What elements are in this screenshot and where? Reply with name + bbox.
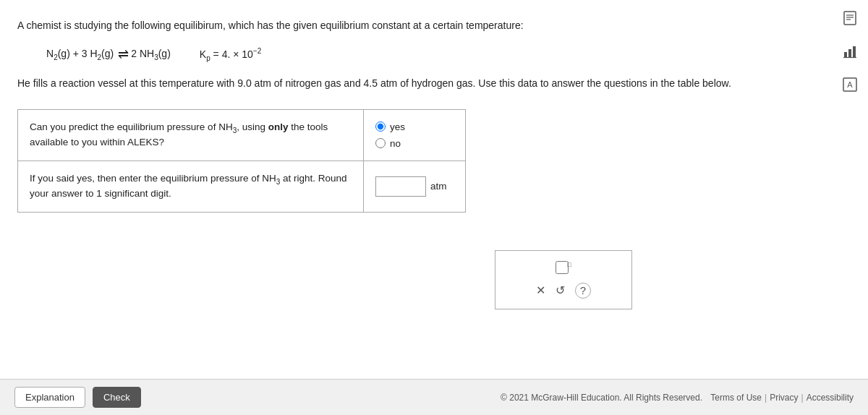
sci-actions: ✕ ↺ ? [536,283,591,299]
no-radio[interactable] [375,138,386,148]
sci-close-button[interactable]: ✕ [536,283,545,297]
privacy-link[interactable]: Privacy [770,393,798,403]
footer: © 2021 McGraw-Hill Education. All Rights… [501,393,854,403]
table-row-1: Can you predict the equilibrium pressure… [18,110,465,161]
table-row-2: If you said yes, then enter the equilibr… [18,161,465,212]
accessibility-link[interactable]: Accessibility [807,393,854,403]
notes-icon-button[interactable] [839,7,861,29]
equation-right: 2 NH3(g) [131,48,171,61]
sci-input-row: □ [556,261,571,274]
svg-text:A: A [847,80,853,89]
atm-input-row: atm [375,176,454,197]
question-table: Can you predict the equilibrium pressure… [17,109,466,213]
no-label: no [390,138,401,149]
svg-rect-5 [848,49,851,57]
right-sidebar: A [839,7,861,95]
yes-option[interactable]: yes [375,121,454,132]
expand-icon-button[interactable]: A [839,74,861,95]
sci-notation-box: □ ✕ ↺ ? [495,250,632,309]
pressure-input[interactable] [375,176,426,197]
explanation-button[interactable]: Explanation [14,387,85,408]
question-2-input-area: atm [364,161,465,212]
sci-undo-button[interactable]: ↺ [556,283,565,297]
svg-rect-4 [844,52,847,57]
equation-arrow: ⇌ [118,46,127,62]
question-1-text: Can you predict the equilibrium pressure… [18,110,364,161]
sci-help-button[interactable]: ? [575,283,591,299]
chart-icon-button[interactable] [839,40,861,62]
yes-label: yes [390,121,405,132]
sci-checkbox-container: □ [556,261,571,274]
question-2-text: If you said yes, then enter the equilibr… [18,161,364,212]
bottom-buttons: Explanation Check [14,387,141,408]
no-option[interactable]: no [375,138,454,149]
check-button[interactable]: Check [93,387,141,408]
yes-radio[interactable] [375,121,386,132]
equation-block: N2(g) + 3 H2(g) ⇌ 2 NH3(g) Kp = 4. × 10−… [46,46,774,62]
copyright-text: © 2021 McGraw-Hill Education. All Rights… [501,393,702,403]
equation-left: N2(g) + 3 H2(g) [46,48,114,61]
kp-value: Kp = 4. × 10−2 [200,47,261,61]
svg-rect-6 [853,46,856,57]
terms-link[interactable]: Terms of Use [710,393,762,403]
bottom-bar: Explanation Check © 2021 McGraw-Hill Edu… [0,379,868,415]
atm-unit-label: atm [430,181,447,192]
chemical-equation: N2(g) + 3 H2(g) ⇌ 2 NH3(g) [46,46,171,62]
problem-intro: A chemist is studying the following equi… [17,17,774,33]
fill-text: He fills a reaction vessel at this tempe… [17,75,774,91]
question-1-options: yes no [364,110,465,161]
svg-rect-0 [844,12,856,25]
x10-sup: □ [567,261,571,268]
